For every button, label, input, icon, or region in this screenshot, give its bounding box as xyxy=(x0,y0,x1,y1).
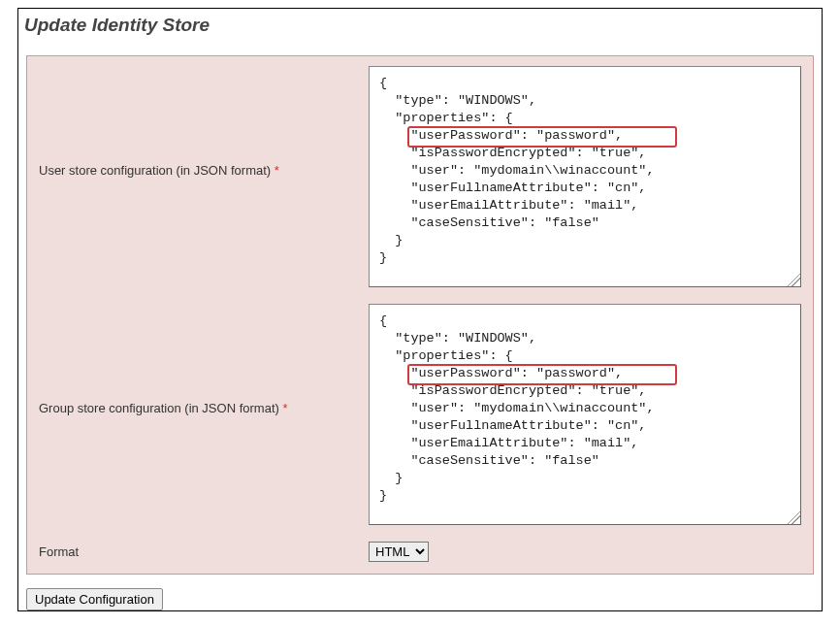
group-store-label-text: Group store configuration (in JSON forma… xyxy=(39,401,279,415)
format-row: Format HTML xyxy=(39,542,801,562)
update-configuration-button[interactable]: Update Configuration xyxy=(26,588,163,610)
format-label: Format xyxy=(39,544,369,559)
group-store-textarea[interactable] xyxy=(369,304,801,525)
form-panel: User store configuration (in JSON format… xyxy=(26,55,814,575)
group-store-label: Group store configuration (in JSON forma… xyxy=(39,304,369,415)
required-mark: * xyxy=(275,163,279,178)
group-store-row: Group store configuration (in JSON forma… xyxy=(39,304,801,528)
group-store-textarea-wrap xyxy=(369,304,801,528)
page-frame: Update Identity Store User store configu… xyxy=(17,8,823,611)
format-select[interactable]: HTML xyxy=(369,542,429,562)
user-store-label-text: User store configuration (in JSON format… xyxy=(39,163,271,178)
user-store-row: User store configuration (in JSON format… xyxy=(39,66,801,290)
user-store-textarea-wrap xyxy=(369,66,801,290)
page-title: Update Identity Store xyxy=(24,15,822,36)
required-mark: * xyxy=(282,401,287,415)
user-store-label: User store configuration (in JSON format… xyxy=(39,66,369,178)
user-store-textarea[interactable] xyxy=(369,66,801,287)
